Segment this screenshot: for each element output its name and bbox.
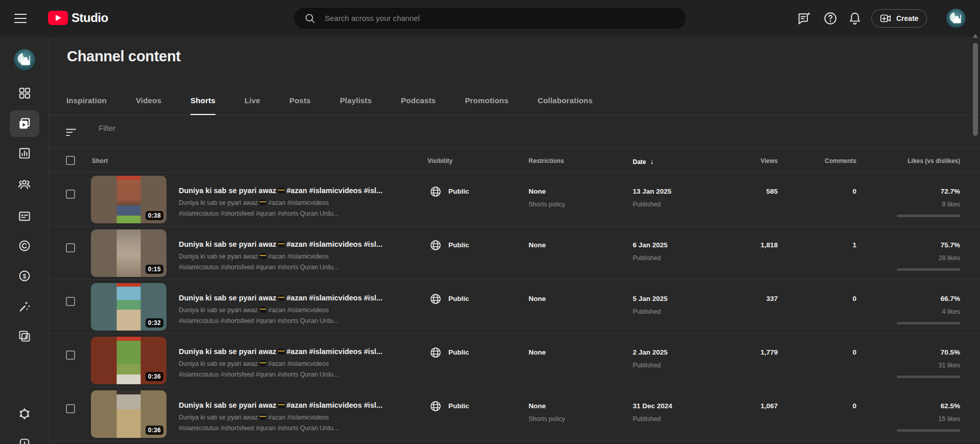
select-all-checkbox[interactable]	[66, 156, 75, 165]
settings-gear-icon	[18, 407, 31, 420]
thumbnail-video-strip	[117, 176, 141, 223]
thumbnail[interactable]: 0:15	[91, 229, 166, 277]
restriction-value: None	[529, 295, 546, 302]
help-icon[interactable]	[823, 11, 838, 26]
tab-inspiration[interactable]: Inspiration	[66, 87, 107, 115]
create-button-label: Create	[896, 14, 919, 22]
short-row[interactable]: 0:32 Duniya ki sab se pyari awaz#azan #i…	[50, 280, 980, 334]
channel-search-bar[interactable]	[294, 8, 686, 29]
short-row[interactable]: 0:38 Duniya ki sab se pyari awaz#azan #i…	[50, 173, 980, 226]
sidebar-item-copyright[interactable]	[0, 239, 49, 252]
kaaba-emoji-icon	[260, 307, 266, 313]
date-value: 5 Jan 2025	[633, 295, 667, 302]
visibility-value: Public	[448, 241, 469, 249]
video-title[interactable]: Duniya ki sab se pyari awaz#azan #islami…	[179, 240, 424, 248]
likes-ratio-bar	[897, 322, 960, 324]
video-title[interactable]: Duniya ki sab se pyari awaz#azan #islami…	[179, 186, 424, 195]
column-visibility: Visibility	[427, 157, 452, 165]
comments-value: 1	[795, 241, 856, 249]
row-checkbox[interactable]	[66, 350, 75, 360]
tab-podcasts[interactable]: Podcasts	[401, 87, 436, 115]
thumbnail[interactable]: 0:38	[91, 176, 166, 223]
sidebar-item-community[interactable]	[0, 177, 49, 191]
likes-ratio-bar	[897, 429, 960, 432]
tab-posts[interactable]: Posts	[290, 87, 311, 115]
visibility-value: Public	[448, 295, 469, 302]
video-title[interactable]: Duniya ki sab se pyari awaz#azan #islami…	[179, 347, 424, 356]
column-date-sort[interactable]: Date ↓	[633, 157, 654, 166]
comments-value: 0	[795, 188, 856, 195]
duration-badge: 0:38	[146, 211, 163, 220]
sidebar-item-send-feedback[interactable]	[0, 438, 49, 444]
column-short: Short	[92, 157, 108, 165]
tab-shorts[interactable]: Shorts	[190, 87, 216, 115]
create-camera-icon	[879, 12, 892, 25]
video-description: Duniya ki sab se pyari awaz#azan #islami…	[179, 251, 363, 273]
row-checkbox[interactable]	[66, 297, 75, 306]
tab-collaborations[interactable]: Collaborations	[538, 87, 593, 115]
video-description: Duniya ki sab se pyari awaz#azan #islami…	[179, 412, 363, 434]
thumbnail-video-strip	[117, 337, 141, 384]
sidebar-item-customisation[interactable]	[0, 300, 49, 313]
video-description: Duniya ki sab se pyari awaz#azan #islami…	[179, 198, 363, 219]
short-row[interactable]: 0:36 Duniya ki sab se pyari awaz#azan #i…	[50, 387, 980, 441]
search-input[interactable]	[325, 14, 676, 22]
date-value: 31 Dec 2024	[633, 402, 672, 410]
account-avatar[interactable]	[946, 9, 966, 28]
tab-live[interactable]: Live	[245, 87, 260, 115]
analytics-icon	[18, 147, 31, 160]
restriction-value: None	[529, 241, 546, 249]
views-value: 1,779	[716, 348, 778, 356]
date-value: 6 Jan 2025	[633, 241, 667, 249]
short-row[interactable]: 0:15 Duniya ki sab se pyari awaz#azan #i…	[50, 226, 980, 280]
duration-badge: 0:32	[146, 318, 163, 328]
content-tabs: Inspiration Videos Shorts Live Posts Pla…	[66, 87, 593, 115]
row-checkbox[interactable]	[66, 404, 75, 413]
thumbnail[interactable]: 0:36	[91, 337, 166, 384]
sidebar-item-content[interactable]	[0, 117, 49, 130]
globe-public-icon	[429, 185, 442, 198]
thumbnail[interactable]: 0:36	[91, 390, 166, 438]
video-title[interactable]: Duniya ki sab se pyari awaz#azan #islami…	[179, 294, 424, 302]
row-checkbox[interactable]	[66, 243, 75, 252]
sidebar-item-dashboard[interactable]	[0, 86, 49, 100]
comments-value: 0	[795, 348, 856, 356]
sidebar-item-settings[interactable]	[0, 407, 49, 420]
likes-count: 28 likes	[899, 254, 960, 262]
video-title[interactable]: Duniya ki sab se pyari awaz#azan #islami…	[179, 401, 424, 409]
tab-promotions[interactable]: Promotions	[465, 87, 508, 115]
views-value: 1,067	[716, 402, 778, 410]
studio-wordmark: Studio	[71, 11, 108, 25]
sidebar-item-channel-avatar[interactable]	[0, 49, 49, 71]
tab-videos[interactable]: Videos	[136, 87, 161, 115]
globe-public-icon	[429, 400, 442, 412]
menu-icon[interactable]	[14, 14, 27, 23]
scrollbar-up-arrow[interactable]	[973, 34, 978, 38]
filter-input[interactable]	[99, 124, 354, 132]
column-likes: Likes (vs dislikes)	[889, 157, 960, 165]
thumbnail[interactable]: 0:32	[91, 283, 166, 331]
thumbnail-video-strip	[117, 390, 141, 438]
notifications-icon[interactable]	[848, 11, 862, 26]
channel-avatar	[14, 49, 35, 71]
create-button[interactable]: Create	[871, 9, 927, 28]
customisation-wand-icon	[18, 300, 31, 313]
date-sub: Published	[633, 201, 661, 208]
sidebar-item-analytics[interactable]	[0, 147, 49, 160]
date-value: 13 Jan 2025	[633, 188, 672, 195]
feedback-icon[interactable]	[797, 11, 811, 26]
visibility-value: Public	[448, 188, 469, 195]
youtube-studio-logo[interactable]: Studio	[48, 11, 108, 25]
short-row[interactable]: 0:36 Duniya ki sab se pyari awaz#azan #i…	[50, 334, 980, 387]
row-checkbox[interactable]	[66, 190, 75, 199]
sidebar-item-audio-library[interactable]	[0, 330, 49, 343]
tab-playlists[interactable]: Playlists	[340, 87, 372, 115]
restriction-value: None	[529, 348, 546, 356]
kaaba-emoji-icon	[278, 241, 284, 247]
likes-ratio-bar	[897, 215, 960, 217]
sidebar-item-earn[interactable]: $	[0, 269, 49, 283]
sidebar-item-subtitles[interactable]	[0, 209, 49, 223]
svg-text:$: $	[22, 273, 26, 280]
scrollbar-thumb[interactable]	[973, 43, 978, 136]
filter-icon[interactable]	[64, 126, 78, 139]
